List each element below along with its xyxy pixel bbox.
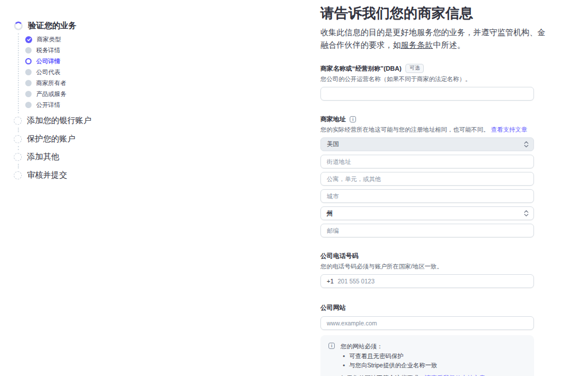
substep-list: 商家类型 税务详情 公司详情 公司代表 商家所有者 产品或服务 公开详情 — [14, 34, 67, 110]
pending-dot-icon — [25, 102, 32, 108]
note-bullet-list: 可查看且无密码保护 与您向Stripe提供的企业名称一致 — [343, 351, 492, 370]
onboarding-stepper: 验证您的业务 商家类型 税务详情 公司详情 公司代表 商家所有者 产品或服务 — [14, 21, 186, 194]
note-bullet: 可查看且无密码保护 — [343, 351, 492, 360]
note-heading: 您的网站必须： — [341, 342, 492, 351]
pending-dot-icon — [25, 69, 32, 75]
intro-text: 收集此信息的目的是更好地服务您的业务，并遵守监管机构、金融合作伙伴的要求，如服务… — [320, 26, 546, 51]
dashed-circle-icon — [14, 171, 22, 179]
progress-ring-icon — [14, 21, 23, 30]
sidebar-step-review-submit[interactable]: 审核并提交 — [14, 171, 67, 180]
phone-country-prefix: +1 — [327, 278, 334, 285]
optional-badge: 可选 — [405, 64, 424, 73]
website-section: 公司网站 i 您的网站必须： 可查看且无密码保护 与您向Stripe提供的企业名… — [320, 304, 534, 376]
info-icon[interactable]: i — [350, 116, 356, 122]
step-title: 审核并提交 — [27, 170, 67, 181]
intro-post: 中所述。 — [433, 40, 465, 49]
sidebar-step-verify-business[interactable]: 验证您的业务 — [14, 21, 76, 30]
chevron-updown-icon — [524, 210, 529, 217]
step-title: 保护您的账户 — [27, 134, 75, 144]
country-select[interactable]: 美国 — [320, 137, 534, 151]
unit-input[interactable] — [320, 172, 534, 186]
phone-helper: 您的电话号码必须与账户所在国家/地区一致。 — [320, 263, 534, 271]
website-label-row: 公司网站 — [320, 304, 534, 312]
business-info-form: 请告诉我们您的商家信息 收集此信息的目的是更好地服务您的业务，并遵守监管机构、金… — [320, 0, 534, 376]
stepper-connector — [18, 146, 19, 150]
chevron-updown-icon — [524, 141, 529, 148]
dba-input[interactable] — [320, 87, 534, 101]
dba-helper: 您公司的公开运营名称（如果不同于商家的法定名称）。 — [320, 75, 534, 83]
substep-company-details[interactable]: 公司详情 — [14, 56, 67, 67]
dba-label: 商家名称或“经营别称”(DBA) — [320, 64, 401, 73]
phone-label: 公司电话号码 — [320, 252, 358, 260]
substep-label: 产品或服务 — [36, 90, 67, 98]
substep-label: 公司代表 — [36, 68, 60, 76]
current-ring-icon — [25, 58, 32, 64]
phone-input[interactable] — [338, 278, 528, 285]
pending-dot-icon — [25, 47, 32, 53]
dashed-circle-icon — [14, 135, 22, 143]
website-input[interactable] — [320, 316, 534, 330]
dba-label-row: 商家名称或“经营别称”(DBA) 可选 — [320, 64, 534, 73]
terms-of-service-link[interactable]: 服务条款 — [401, 40, 433, 49]
support-article-link[interactable]: 查看支持文章 — [491, 126, 527, 133]
step-title: 添加其他 — [27, 152, 59, 162]
substep-label: 商家所有者 — [36, 79, 67, 87]
website-label: 公司网站 — [320, 304, 346, 312]
address-helper: 您的实际经营所在地这可能与您的注册地址相同，也可能不同。 查看支持文章 — [320, 126, 534, 134]
state-select[interactable]: 州 — [320, 206, 534, 220]
address-label-row: 商家地址 i — [320, 115, 534, 124]
sidebar-step-secure-account[interactable]: 保护您的账户 — [14, 135, 75, 144]
substep-business-type[interactable]: 商家类型 — [14, 34, 67, 45]
phone-section: 公司电话号码 您的电话号码必须与账户所在国家/地区一致。 +1 — [320, 252, 534, 288]
check-circle-icon — [25, 36, 32, 43]
pending-dot-icon — [25, 80, 32, 86]
substep-business-owners[interactable]: 商家所有者 — [14, 78, 67, 89]
note-footer: 如果您的网站不符合这些要求，请查看我们的支持文章。 — [341, 373, 492, 376]
note-body: 您的网站必须： 可查看且无密码保护 与您向Stripe提供的企业名称一致 如果您… — [341, 342, 492, 376]
substep-label: 公开详情 — [36, 101, 60, 109]
substep-label: 税务详情 — [36, 47, 60, 55]
substep-label: 公司详情 — [36, 57, 60, 66]
note-bullet: 与您向Stripe提供的企业名称一致 — [343, 360, 492, 370]
dashed-circle-icon — [14, 117, 22, 125]
info-icon: i — [328, 343, 335, 349]
city-input[interactable] — [320, 189, 534, 203]
address-label: 商家地址 — [320, 115, 346, 124]
zip-input[interactable] — [320, 224, 534, 237]
stepper-connector — [18, 128, 19, 132]
dashed-circle-icon — [14, 153, 22, 161]
substep-public-details[interactable]: 公开详情 — [14, 99, 67, 110]
page-title: 请告诉我们您的商家信息 — [320, 5, 534, 22]
website-requirements-note: i 您的网站必须： 可查看且无密码保护 与您向Stripe提供的企业名称一致 如… — [320, 335, 534, 376]
step-title: 添加您的银行账户 — [27, 116, 91, 126]
state-select-value: 州 — [327, 209, 333, 218]
address-helper-text: 您的实际经营所在地这可能与您的注册地址相同，也可能不同。 — [320, 126, 489, 133]
substep-company-representative[interactable]: 公司代表 — [14, 67, 67, 78]
sidebar-step-add-extras[interactable]: 添加其他 — [14, 152, 59, 162]
street-address-input[interactable] — [320, 155, 534, 168]
substep-tax-details[interactable]: 税务详情 — [14, 45, 67, 56]
phone-label-row: 公司电话号码 — [320, 252, 534, 260]
country-select-value: 美国 — [327, 140, 339, 148]
sidebar-step-bank-account[interactable]: 添加您的银行账户 — [14, 116, 91, 125]
stepper-connector — [18, 164, 19, 168]
dba-section: 商家名称或“经营别称”(DBA) 可选 您公司的公开运营名称（如果不同于商家的法… — [320, 64, 534, 101]
stepper-connector — [18, 33, 19, 113]
substep-label: 商家类型 — [37, 36, 61, 44]
pending-dot-icon — [25, 91, 32, 97]
phone-input-box: +1 — [320, 274, 534, 288]
step-title: 验证您的业务 — [28, 21, 76, 31]
address-section: 商家地址 i 您的实际经营所在地这可能与您的注册地址相同，也可能不同。 查看支持… — [320, 115, 534, 237]
substep-products-services[interactable]: 产品或服务 — [14, 89, 67, 99]
